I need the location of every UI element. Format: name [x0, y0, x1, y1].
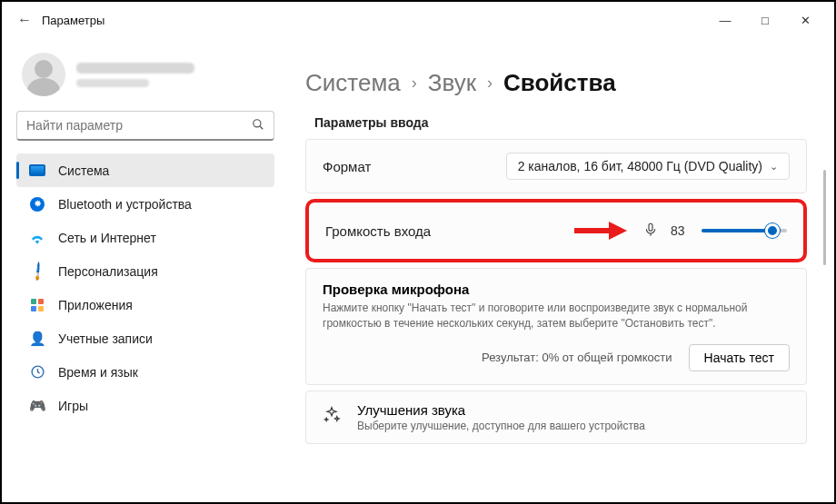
nav-label: Игры — [58, 399, 88, 413]
svg-marker-4 — [609, 222, 627, 240]
nav-label: Bluetooth и устройства — [58, 197, 192, 212]
user-email — [76, 79, 149, 87]
chevron-right-icon: › — [412, 74, 417, 93]
volume-slider[interactable] — [702, 222, 787, 240]
avatar — [22, 53, 65, 96]
chevron-down-icon: ⌄ — [770, 161, 778, 173]
bluetooth-icon: ⁕ — [29, 196, 45, 212]
nav-item-gaming[interactable]: 🎮 Игры — [16, 389, 274, 422]
annotation-arrow-icon — [572, 221, 627, 241]
window-title: Параметры — [42, 14, 104, 27]
gamepad-icon: 🎮 — [29, 398, 45, 414]
nav-item-time-language[interactable]: Время и язык — [16, 355, 274, 389]
nav-item-network[interactable]: Сеть и Интернет — [16, 221, 274, 254]
enhance-desc: Выберите улучшение, доступное для вашего… — [357, 420, 645, 432]
start-test-button[interactable]: Начать тест — [689, 344, 790, 371]
maximize-button[interactable]: □ — [745, 2, 785, 38]
search-icon — [252, 118, 264, 133]
scrollbar[interactable] — [822, 74, 827, 502]
breadcrumb-system[interactable]: Система — [305, 69, 401, 97]
microphone-icon[interactable] — [643, 222, 658, 241]
breadcrumb-properties: Свойства — [503, 69, 616, 97]
monitor-icon — [29, 163, 45, 179]
input-volume-card: Громкость входа 83 — [305, 199, 807, 262]
nav-item-personalization[interactable]: 🖌️ Персонализация — [16, 254, 274, 288]
format-card: Формат 2 каналов, 16 бит, 48000 Гц (DVD … — [305, 139, 807, 193]
nav-label: Система — [58, 163, 109, 178]
close-button[interactable]: ✕ — [785, 2, 825, 38]
search-input[interactable] — [26, 118, 252, 133]
format-value: 2 каналов, 16 бит, 48000 Гц (DVD Quality… — [518, 159, 762, 173]
svg-rect-5 — [649, 223, 652, 231]
user-profile[interactable] — [16, 45, 274, 109]
content-area: Система › Звук › Свойства Параметры ввод… — [284, 38, 834, 502]
breadcrumb: Система › Звук › Свойства — [305, 69, 807, 97]
nav-item-bluetooth[interactable]: ⁕ Bluetooth и устройства — [16, 187, 274, 221]
clock-icon — [29, 364, 45, 380]
svg-point-0 — [254, 119, 261, 126]
minimize-button[interactable]: ― — [705, 2, 745, 38]
sidebar: Система ⁕ Bluetooth и устройства Сеть и … — [2, 38, 284, 502]
mic-test-card: Проверка микрофона Нажмите кнопку "Начат… — [305, 268, 807, 385]
mic-test-result: Результат: 0% от общей громкости — [482, 351, 672, 364]
back-button[interactable]: ← — [11, 2, 38, 38]
sound-enhance-card[interactable]: Улучшения звука Выберите улучшение, дост… — [305, 390, 807, 444]
format-select[interactable]: 2 каналов, 16 бит, 48000 Гц (DVD Quality… — [506, 153, 790, 180]
nav-label: Учетные записи — [58, 331, 153, 346]
nav-label: Приложения — [58, 298, 133, 312]
apps-icon — [29, 297, 45, 313]
format-label: Формат — [323, 159, 371, 174]
section-input-params: Параметры ввода — [314, 115, 807, 130]
enhance-title: Улучшения звука — [357, 402, 645, 418]
chevron-right-icon: › — [487, 74, 493, 93]
nav-item-apps[interactable]: Приложения — [16, 288, 274, 321]
nav-list: Система ⁕ Bluetooth и устройства Сеть и … — [16, 153, 274, 422]
nav-label: Время и язык — [58, 365, 138, 380]
volume-value: 83 — [671, 223, 691, 238]
brush-icon: 🖌️ — [29, 263, 45, 280]
accounts-icon: 👤 — [29, 331, 45, 347]
title-bar: ← Параметры ― □ ✕ — [2, 2, 834, 38]
input-volume-label: Громкость входа — [325, 223, 431, 239]
svg-line-1 — [260, 125, 264, 129]
nav-item-system[interactable]: Система — [16, 153, 274, 187]
breadcrumb-sound[interactable]: Звук — [428, 69, 476, 97]
mic-test-desc: Нажмите кнопку "Начать тест" и поговорит… — [323, 301, 790, 331]
wifi-icon — [29, 230, 45, 246]
nav-label: Сеть и Интернет — [58, 231, 156, 245]
nav-item-accounts[interactable]: 👤 Учетные записи — [16, 321, 274, 355]
user-name — [76, 63, 194, 74]
nav-label: Персонализация — [58, 264, 158, 279]
sparkle-icon — [323, 406, 341, 429]
mic-test-title: Проверка микрофона — [323, 282, 790, 297]
search-box[interactable] — [16, 111, 274, 141]
